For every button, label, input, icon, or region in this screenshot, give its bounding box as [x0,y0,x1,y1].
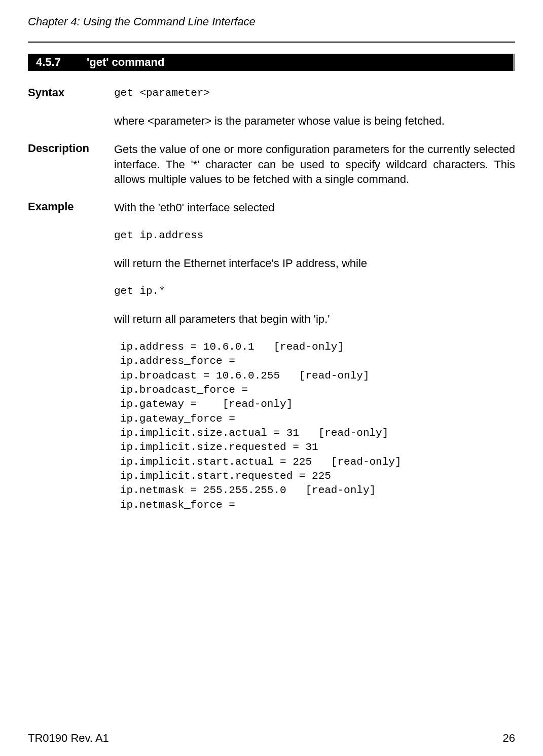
example-cmd1: get ip.address [114,229,515,243]
example-intro: With the 'eth0' interface selected [114,200,515,215]
syntax-code: get <parameter> [114,86,515,100]
example-cmd2: get ip.* [114,284,515,298]
description-row: Description Gets the value of one or mor… [28,142,515,187]
example-output: ip.address = 10.6.0.1 [read-only] ip.add… [114,340,515,512]
description-text: Gets the value of one or more configurat… [114,142,515,187]
syntax-row: Syntax get <parameter> where <parameter>… [28,86,515,129]
page-footer: TR0190 Rev. A1 26 [28,732,515,745]
syntax-desc: where <parameter> is the parameter whose… [114,114,515,129]
footer-left: TR0190 Rev. A1 [28,732,109,745]
chapter-header: Chapter 4: Using the Command Line Interf… [28,15,515,31]
footer-right: 26 [503,732,515,745]
example-label: Example [28,200,114,213]
example-result1: will return the Ethernet interface's IP … [114,256,515,271]
section-title: 'get' command [87,56,164,69]
example-result2: will return all parameters that begin wi… [114,312,515,327]
syntax-label: Syntax [28,86,114,99]
example-row: Example With the 'eth0' interface select… [28,200,515,512]
section-heading: 4.5.7 'get' command [28,54,515,71]
section-number: 4.5.7 [30,56,87,69]
header-rule [28,42,515,43]
description-label: Description [28,142,114,155]
